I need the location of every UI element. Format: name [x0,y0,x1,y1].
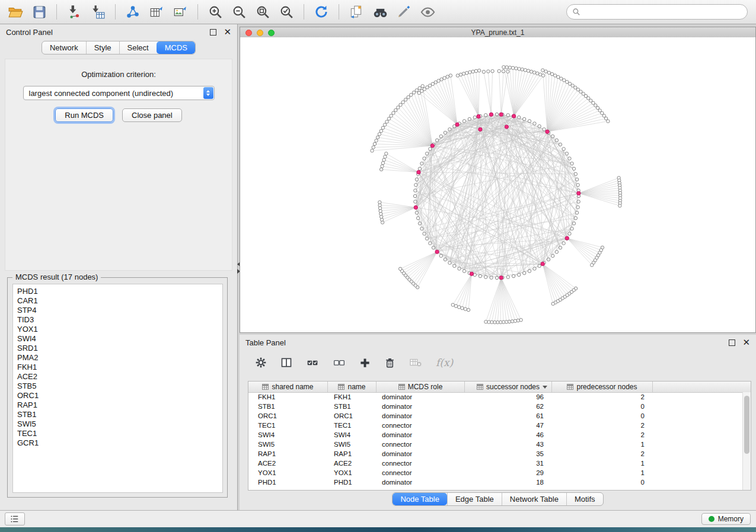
column-header-shared-name[interactable]: shared name [248,382,328,392]
export-image-button[interactable] [170,3,191,21]
table-tab-network-table[interactable]: Network Table [502,493,566,505]
save-session-button[interactable] [28,3,50,21]
search-box[interactable] [566,4,748,20]
network-graph[interactable] [240,37,755,332]
mcds-result-item[interactable]: SWI4 [17,334,218,344]
mcds-result-group: MCDS result (17 nodes) PHD1CAR1STP4TID3Y… [7,277,228,498]
window-maximize-icon[interactable] [268,30,275,36]
table-row[interactable]: SWI4SWI4dominator462 [248,430,743,440]
mcds-result-item[interactable]: SWI5 [17,419,218,429]
import-network-button[interactable] [63,3,85,21]
criterion-dropdown[interactable]: largest connected component (undirected) [23,86,215,100]
mcds-result-item[interactable]: PHD1 [17,287,218,296]
float-panel-icon[interactable] [729,339,735,346]
toggle-graphics-button[interactable] [417,3,438,21]
mcds-result-item[interactable]: TID3 [17,315,218,325]
delete-column-button[interactable] [384,357,395,368]
mcds-result-item[interactable]: TEC1 [17,429,218,438]
column-header-name[interactable]: name [328,382,377,392]
header-filler [653,382,751,392]
window-close-icon[interactable] [245,30,252,36]
unselect-all-columns-button[interactable] [333,357,346,368]
table-row[interactable]: FKH1FKH1dominator962 [248,392,743,402]
cell-successor-nodes: 31 [465,460,552,467]
mcds-result-item[interactable]: PMA2 [17,353,218,363]
table-tab-node-table[interactable]: Node Table [393,493,447,505]
table-row[interactable]: ACE2ACE2connector311 [248,459,743,468]
table-row[interactable]: STB1STB1dominator620 [248,402,743,411]
table-settings-button[interactable] [255,357,267,368]
column-header-predecessor-nodes[interactable]: predecessor nodes [552,382,653,392]
export-image-icon [173,4,188,20]
table-row[interactable]: ORC1ORC1dominator610 [248,411,743,421]
window-minimize-icon[interactable] [257,30,263,36]
mcds-result-item[interactable]: STP4 [17,306,218,315]
optimization-criterion-label: Optimization criterion: [5,70,232,79]
cell-MCDS-role: connector [377,422,465,429]
task-history-button[interactable] [5,512,25,525]
table-row[interactable]: SWI5SWI5connector431 [248,440,743,449]
search-input[interactable] [584,7,742,17]
close-panel-icon[interactable]: ✕ [742,339,750,345]
network-window-titlebar[interactable]: YPA_prune.txt_1 [240,27,756,39]
clone-network-button[interactable] [346,3,367,21]
float-panel-icon[interactable] [210,29,216,36]
mcds-result-item[interactable]: GCR1 [17,438,218,448]
cell-name: YOX1 [328,469,377,476]
apply-layout-button[interactable] [311,3,332,21]
close-panel-icon[interactable]: ✕ [224,29,231,35]
mcds-result-list[interactable]: PHD1CAR1STP4TID3YOX1SWI4SRD1PMA2FKH1ACE2… [12,284,223,493]
zoom-out-button[interactable] [228,3,250,21]
cell-predecessor-nodes: 2 [552,450,653,457]
mcds-result-item[interactable]: SRD1 [17,344,218,353]
new-network-button[interactable] [122,3,143,21]
table-tab-motifs[interactable]: Motifs [566,493,603,505]
show-columns-button[interactable] [280,357,292,368]
control-panel-tabs: NetworkStyleSelectMCDS [42,41,196,55]
scrollbar-thumb[interactable] [744,396,749,454]
table-row[interactable]: RAP1RAP1dominator352 [248,449,743,459]
mcds-result-item[interactable]: STB5 [17,382,218,391]
table-row[interactable]: TEC1TEC1connector472 [248,421,743,430]
network-icon [125,4,141,20]
tab-select[interactable]: Select [119,41,157,54]
chevron-down-icon[interactable] [543,386,547,389]
open-file-button[interactable] [5,3,26,21]
status-bar: Memory [0,510,756,527]
zoom-selected-button[interactable] [276,3,297,21]
mcds-result-item[interactable]: STB1 [17,410,218,419]
cell-MCDS-role: connector [377,469,465,476]
search-network-button[interactable] [369,3,391,21]
table-panel-tabs: Node TableEdge TableNetwork TableMotifs [392,492,603,506]
export-table-button[interactable] [146,3,167,21]
cell-predecessor-nodes: 0 [552,479,653,486]
mcds-result-item[interactable]: ORC1 [17,391,218,400]
tab-network[interactable]: Network [42,41,86,54]
zoom-fit-button[interactable] [252,3,273,21]
cell-predecessor-nodes: 0 [552,412,653,419]
table-row[interactable]: PHD1PHD1dominator180 [248,477,743,487]
zoom-in-button[interactable] [205,3,226,21]
network-canvas[interactable] [240,37,756,333]
column-header-successor-nodes[interactable]: successor nodes [465,382,552,392]
mcds-result-item[interactable]: FKH1 [17,363,218,372]
tab-style[interactable]: Style [86,41,119,54]
column-header-MCDS-role[interactable]: MCDS role [377,382,465,392]
show-style-button[interactable] [393,3,414,21]
mcds-result-item[interactable]: RAP1 [17,400,218,410]
cell-name: SWI4 [328,431,377,438]
close-panel-button[interactable]: Close panel [122,108,182,122]
mcds-result-item[interactable]: ACE2 [17,372,218,382]
select-all-columns-button[interactable] [306,357,319,368]
tab-mcds[interactable]: MCDS [157,41,195,54]
table-row[interactable]: YOX1YOX1connector291 [248,468,743,477]
memory-button[interactable]: Memory [701,513,751,525]
run-mcds-button[interactable]: Run MCDS [55,108,113,122]
mcds-result-item[interactable]: YOX1 [17,325,218,334]
table-tab-edge-table[interactable]: Edge Table [447,493,502,505]
import-table-button[interactable] [87,3,109,21]
table-scrollbar[interactable] [742,392,751,490]
mcds-result-item[interactable]: CAR1 [17,296,218,306]
memory-button-label: Memory [718,515,744,523]
add-column-button[interactable] [359,357,371,368]
